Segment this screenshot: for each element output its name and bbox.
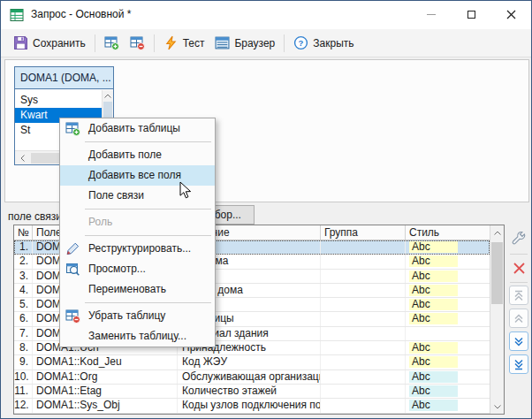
save-button[interactable]: Сохранить xyxy=(8,33,91,53)
cell-field: DOMA1::Org xyxy=(33,370,178,384)
maximize-button[interactable] xyxy=(458,1,484,27)
style-chip[interactable]: Abc xyxy=(409,400,458,411)
window-title: Запрос - Основной * xyxy=(31,8,131,20)
test-button[interactable]: Тест xyxy=(158,33,210,53)
close-query-button[interactable]: ? Закрыть xyxy=(288,33,359,53)
scroll-up-icon[interactable] xyxy=(103,91,113,101)
move-to-top-icon xyxy=(513,290,524,301)
menu-item[interactable]: Убрать таблицу xyxy=(60,306,215,326)
style-chip[interactable]: Abc xyxy=(409,299,458,310)
table-panel-title[interactable]: DOMA1 (DOMA, ... xyxy=(15,67,113,89)
cell-group xyxy=(321,284,406,297)
context-menu: Добавить таблицыДобавить полеДобавить вс… xyxy=(59,118,216,347)
add-table-icon xyxy=(104,35,119,50)
cell-group xyxy=(321,327,406,340)
cell-name: Количество этажей xyxy=(178,385,321,398)
style-chip[interactable]: Abc xyxy=(409,241,458,253)
move-to-bottom-button[interactable] xyxy=(509,354,528,374)
save-icon xyxy=(13,35,28,50)
menu-item[interactable]: Добавить поле xyxy=(60,145,215,165)
column-header-number[interactable]: № xyxy=(14,225,33,240)
grid-vertical-scrollbar[interactable] xyxy=(490,225,504,414)
style-chip[interactable]: Abc xyxy=(409,285,458,296)
move-to-bottom-icon xyxy=(513,359,524,370)
scroll-left-icon[interactable] xyxy=(17,151,27,164)
menu-item[interactable]: Переименовать xyxy=(60,279,215,300)
cell-group xyxy=(321,255,406,268)
cell-style: Abc xyxy=(406,298,490,311)
cell-group xyxy=(321,399,406,412)
column-header-group[interactable]: Группа xyxy=(321,225,406,240)
side-toolbar-separator xyxy=(510,254,528,255)
move-to-top-button[interactable] xyxy=(509,286,528,305)
minimize-button[interactable] xyxy=(418,1,445,27)
browser-button[interactable]: Браузер xyxy=(209,33,280,53)
table-row[interactable]: 10.DOMA1::OrgОбслуживающая организацияAb… xyxy=(14,370,490,385)
cell-number: 2. xyxy=(14,255,33,268)
menu-item[interactable]: Заменить таблицу... xyxy=(60,326,215,347)
cell-group xyxy=(321,385,406,398)
move-up-icon xyxy=(513,314,524,324)
column-header-style[interactable]: Стиль xyxy=(406,225,490,240)
main-toolbar: Сохранить xyxy=(1,29,531,57)
menu-item-label: Добавить все поля xyxy=(88,169,181,181)
cell-number: 8. xyxy=(14,341,33,354)
move-up-button[interactable] xyxy=(509,309,528,328)
style-chip[interactable]: Abc xyxy=(409,385,458,397)
cell-number: 9. xyxy=(14,355,33,369)
menu-item-label: Поле связи xyxy=(88,189,144,202)
cell-group xyxy=(321,240,406,254)
cell-group xyxy=(321,370,406,384)
table-row[interactable]: 12.DOMA1::Sys_ObjКоды узлов подключения … xyxy=(14,399,490,413)
table-row[interactable]: 11.DOMA1::EtagКоличество этажейAbc xyxy=(14,385,490,399)
close-button[interactable] xyxy=(498,1,524,27)
style-chip[interactable]: Abc xyxy=(409,313,458,324)
style-chip[interactable]: Abc xyxy=(409,342,458,354)
move-down-icon xyxy=(513,337,524,347)
grid-settings-button[interactable] xyxy=(508,228,529,249)
cell-group xyxy=(321,270,406,283)
cell-field: DOMA1::Sys_Obj xyxy=(33,399,178,412)
cell-number: 12. xyxy=(14,399,33,412)
cell-number: 6. xyxy=(14,312,33,325)
cell-group xyxy=(321,355,406,369)
style-chip[interactable]: Abc xyxy=(409,270,458,282)
maximize-icon xyxy=(467,11,475,19)
close-icon xyxy=(506,10,516,19)
scroll-up-icon[interactable] xyxy=(490,227,504,238)
cell-style: Abc xyxy=(406,399,490,412)
mouse-cursor xyxy=(179,181,193,200)
menu-item-label: Реструктурировать... xyxy=(88,242,191,255)
add-table-button[interactable] xyxy=(99,33,125,53)
toolbar-separator xyxy=(154,34,155,52)
remove-table-button[interactable] xyxy=(125,33,150,53)
menu-item: Роль xyxy=(60,212,215,232)
side-toolbar-separator xyxy=(510,282,528,283)
move-down-button[interactable] xyxy=(509,331,528,351)
cell-number: 4. xyxy=(14,284,33,297)
cell-number: 3. xyxy=(14,270,33,283)
browser-label: Браузер xyxy=(234,37,275,50)
cell-style: Abc xyxy=(406,370,490,384)
table-row[interactable]: 9.DOMA1::Kod_JeuКод ЖЭУAbc xyxy=(14,355,490,369)
query-window: Запрос - Основной * Сохранить xyxy=(0,0,532,419)
style-chip[interactable]: Abc xyxy=(409,255,458,267)
menu-item-label: Просмотр... xyxy=(88,263,146,275)
menu-item[interactable]: Реструктурировать... xyxy=(60,239,215,259)
cell-name: Обслуживающая организация xyxy=(178,370,321,384)
menu-item[interactable]: Добавить таблицы xyxy=(60,118,215,139)
menu-item[interactable]: Просмотр... xyxy=(60,259,215,279)
style-chip[interactable]: Abc xyxy=(409,356,458,368)
cell-number: 11. xyxy=(14,385,33,398)
menu-item-label: Убрать таблицу xyxy=(88,309,165,322)
table-field-item-sys[interactable]: Sys xyxy=(15,93,102,108)
cell-name: Коды узлов подключения по... xyxy=(178,399,321,412)
cell-style: Abc xyxy=(406,355,490,369)
delete-field-button[interactable] xyxy=(510,259,528,277)
cell-field: DOMA1::Etag xyxy=(33,385,178,398)
add-table-icon xyxy=(65,121,80,136)
style-chip[interactable]: Abc xyxy=(409,371,458,383)
scrollbar-thumb[interactable] xyxy=(491,242,503,304)
cell-number: 10. xyxy=(14,370,33,384)
scroll-down-icon[interactable] xyxy=(490,401,504,412)
